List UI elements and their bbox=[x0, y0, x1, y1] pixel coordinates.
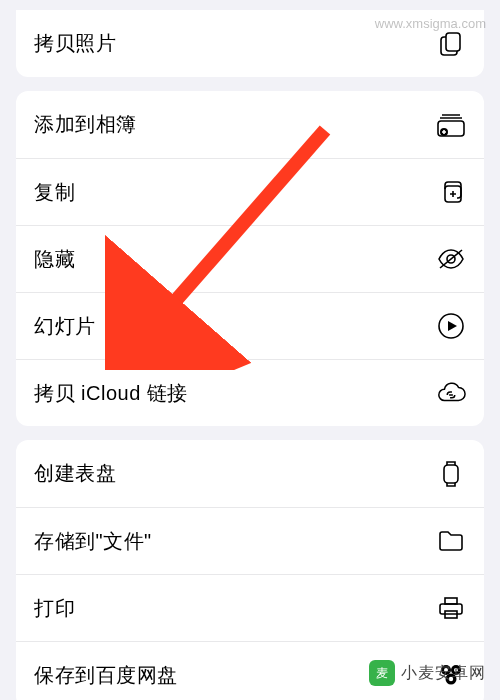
action-label: 复制 bbox=[34, 179, 75, 206]
action-label: 打印 bbox=[34, 595, 75, 622]
save-to-files-icon bbox=[436, 526, 466, 556]
watermark-brand-text: 小麦安卓网 bbox=[401, 663, 486, 684]
duplicate-icon bbox=[436, 177, 466, 207]
action-label: 存储到"文件" bbox=[34, 528, 152, 555]
watermark-brand: 麦 小麦安卓网 bbox=[369, 660, 486, 686]
action-slideshow[interactable]: 幻灯片 bbox=[16, 292, 484, 359]
action-duplicate[interactable]: 复制 bbox=[16, 158, 484, 225]
action-label: 拷贝照片 bbox=[34, 30, 116, 57]
slideshow-icon bbox=[436, 311, 466, 341]
print-icon bbox=[436, 593, 466, 623]
copy-photo-icon bbox=[436, 29, 466, 59]
action-copy-icloud-link[interactable]: 拷贝 iCloud 链接 bbox=[16, 359, 484, 426]
watermark-url: www.xmsigma.com bbox=[375, 16, 486, 31]
watermark-logo-icon: 麦 bbox=[369, 660, 395, 686]
svg-rect-0 bbox=[446, 33, 460, 51]
svg-rect-7 bbox=[444, 465, 458, 483]
watch-face-icon bbox=[436, 459, 466, 489]
action-label: 保存到百度网盘 bbox=[34, 662, 178, 689]
action-group-2: 添加到相簿 复制 隐藏 bbox=[16, 91, 484, 426]
action-create-watch-face[interactable]: 创建表盘 bbox=[16, 440, 484, 507]
hide-icon bbox=[436, 244, 466, 274]
icloud-link-icon bbox=[436, 378, 466, 408]
action-label: 幻灯片 bbox=[34, 313, 96, 340]
action-label: 拷贝 iCloud 链接 bbox=[34, 380, 188, 407]
action-label: 隐藏 bbox=[34, 246, 75, 273]
action-hide[interactable]: 隐藏 bbox=[16, 225, 484, 292]
svg-rect-9 bbox=[445, 598, 457, 604]
share-sheet: 拷贝照片 添加到相簿 复制 bbox=[0, 10, 500, 700]
action-label: 创建表盘 bbox=[34, 460, 116, 487]
action-add-to-album[interactable]: 添加到相簿 bbox=[16, 91, 484, 158]
action-print[interactable]: 打印 bbox=[16, 574, 484, 641]
action-label: 添加到相簿 bbox=[34, 111, 137, 138]
add-to-album-icon bbox=[436, 110, 466, 140]
action-save-to-files[interactable]: 存储到"文件" bbox=[16, 507, 484, 574]
svg-rect-8 bbox=[440, 604, 462, 614]
